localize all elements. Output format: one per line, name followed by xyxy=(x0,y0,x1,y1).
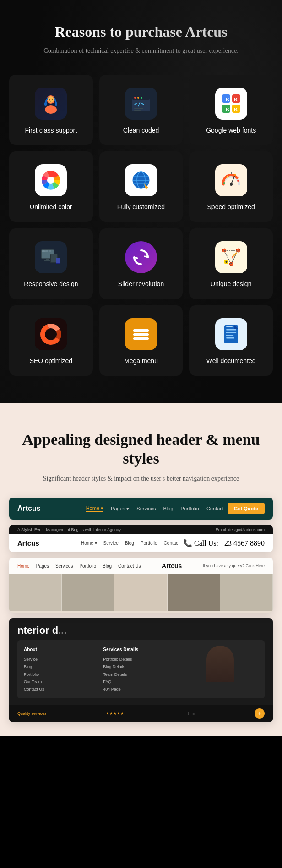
hp3-nav-blog: Blog xyxy=(103,564,112,569)
hp1-links: Home ▾ Pages ▾ Services Blog Portfolio C… xyxy=(86,505,224,512)
hp3-right-text: If you have any query? Click Here xyxy=(203,564,265,568)
hp1-nav-pages: Pages ▾ xyxy=(111,506,129,512)
hp4-menu-team: Our Team xyxy=(24,678,99,686)
svg-text:B: B xyxy=(233,106,238,113)
hp2-links: Home ▾ Service Blog Portfolio Contact xyxy=(81,541,179,546)
hp2-topbar: A Stylish Event Management Begins with I… xyxy=(9,525,273,534)
svg-rect-64 xyxy=(133,337,149,340)
feature-card-fonts: B B B B Google web fonts xyxy=(189,75,273,145)
hp2-logo: Artcus xyxy=(17,539,39,547)
hp2-nav-home: Home ▾ xyxy=(81,541,97,546)
hp4-plus-button[interactable]: + xyxy=(255,708,265,719)
svg-point-35 xyxy=(237,180,239,182)
svg-rect-3 xyxy=(55,102,57,106)
feature-card-custom: Fully customized xyxy=(99,151,183,222)
hp4-menu-col-1: About Service Blog Portfolio Our Team Co… xyxy=(24,646,99,693)
hp2-topbar-left: A Stylish Event Management Begins with I… xyxy=(17,527,121,532)
hp4-menu-about-header: About xyxy=(24,646,99,654)
svg-text:</>: </> xyxy=(134,101,144,107)
svg-point-9 xyxy=(134,97,136,99)
feature-card-unique: ★ Unique design xyxy=(189,228,273,299)
slider-icon xyxy=(125,241,157,273)
hp1-nav: Artcus Home ▾ Pages ▾ Services Blog Port… xyxy=(9,498,273,520)
feature-label-color: Unlimited color xyxy=(30,203,72,212)
svg-rect-39 xyxy=(46,259,49,260)
hp4-menu-blog-details: Blog Details xyxy=(103,663,179,670)
hp1-logo: Artcus xyxy=(17,504,41,513)
seo-icon xyxy=(35,318,67,350)
svg-point-10 xyxy=(137,97,139,99)
svg-rect-2 xyxy=(44,102,47,106)
header-styles-section: Appealing designed header & menu styles … xyxy=(0,403,282,736)
hp3-nav-links: Home Pages Services Portfolio Blog Conta… xyxy=(17,564,141,569)
hp4-menu-blog: Blog xyxy=(24,663,99,670)
svg-point-33 xyxy=(227,176,228,178)
hp3-col-2 xyxy=(62,574,114,611)
hp4-menu-service: Service xyxy=(24,656,99,663)
svg-rect-47 xyxy=(42,250,45,252)
hp4-menu-col-3 xyxy=(183,646,258,693)
svg-text:B: B xyxy=(225,96,229,103)
hp2-phone: 📞 Call Us: +23 4567 8890 xyxy=(183,539,265,547)
svg-text:B: B xyxy=(225,106,229,113)
feature-card-seo: SEO optimized xyxy=(9,305,93,376)
svg-rect-69 xyxy=(226,337,234,339)
responsive-icon xyxy=(35,241,67,273)
svg-rect-48 xyxy=(45,250,48,252)
feature-card-speed: Speed optimized xyxy=(189,151,273,222)
svg-rect-45 xyxy=(56,258,60,263)
feature-card-responsive: Responsive design xyxy=(9,228,93,299)
hp2-nav-pages: Service xyxy=(103,541,119,546)
svg-rect-13 xyxy=(134,108,143,109)
hp4-menu-col-2: Services Details Portfolio Details Blog … xyxy=(103,646,179,693)
hp4-menu-team-details: Team Details xyxy=(103,671,179,678)
header-preview-2: A Stylish Event Management Begins with I… xyxy=(9,525,273,552)
hp4-facebook-icon: f xyxy=(184,711,185,716)
unique-icon: ★ xyxy=(215,241,247,273)
hp2-nav-contact: Contact xyxy=(164,541,179,546)
hp1-nav-contact: Contact xyxy=(206,506,224,511)
feature-card-docs: Well documented xyxy=(189,305,273,376)
hp4-stars: ★★★★★ xyxy=(106,711,124,716)
clean-icon: </> xyxy=(125,88,157,120)
fonts-icon: B B B B xyxy=(215,88,247,120)
feature-label-speed: Speed optimized xyxy=(207,203,255,212)
hp3-nav-contact: Contact Us xyxy=(118,564,141,569)
svg-text:★: ★ xyxy=(225,260,228,264)
feature-label-custom: Fully customized xyxy=(117,203,165,212)
svg-rect-40 xyxy=(44,260,51,261)
hp3-nav-pages: Pages xyxy=(36,564,49,569)
hp3-nav-portfolio: Portfolio xyxy=(79,564,96,569)
svg-rect-68 xyxy=(226,335,233,336)
hp4-menu-portfolio-details: Portfolio Details xyxy=(103,656,179,663)
svg-point-43 xyxy=(54,263,54,264)
hp3-col-5 xyxy=(220,574,273,611)
hp3-col-4 xyxy=(168,574,220,611)
svg-rect-50 xyxy=(42,253,45,254)
hp2-nav: Artcus Home ▾ Service Blog Portfolio Con… xyxy=(9,534,273,552)
svg-rect-63 xyxy=(133,333,149,336)
hp2-nav-blog: Blog xyxy=(125,541,134,546)
svg-rect-66 xyxy=(226,329,236,331)
hp3-nav: Home Pages Services Portfolio Blog Conta… xyxy=(9,558,273,574)
hp4-twitter-icon: t xyxy=(188,711,189,716)
svg-rect-62 xyxy=(133,329,149,332)
feature-label-unique: Unique design xyxy=(211,280,252,289)
svg-point-24 xyxy=(47,177,54,184)
hp4-headline: nterior d... xyxy=(17,625,265,636)
section1-title: Reasons to purchase Artcus xyxy=(9,23,273,40)
hp4-menu-portfolio: Portfolio xyxy=(24,671,99,678)
header-preview-3: Home Pages Services Portfolio Blog Conta… xyxy=(9,558,273,613)
hp1-cta-button[interactable]: Get Quote xyxy=(228,503,265,514)
hp4-quality-text: Quality services xyxy=(17,711,47,716)
docs-icon xyxy=(215,318,247,350)
svg-point-31 xyxy=(230,183,233,186)
section2-title: Appealing designed header & menu styles xyxy=(9,431,273,468)
svg-point-46 xyxy=(58,264,59,265)
hp3-nav-services: Services xyxy=(55,564,73,569)
svg-rect-49 xyxy=(49,250,51,252)
section2-subtitle: Significant header styles & impact on th… xyxy=(9,474,273,484)
speed-icon xyxy=(215,164,247,196)
hp2-topbar-right: Email: design@artcus.com xyxy=(216,527,265,532)
svg-rect-14 xyxy=(134,110,141,111)
